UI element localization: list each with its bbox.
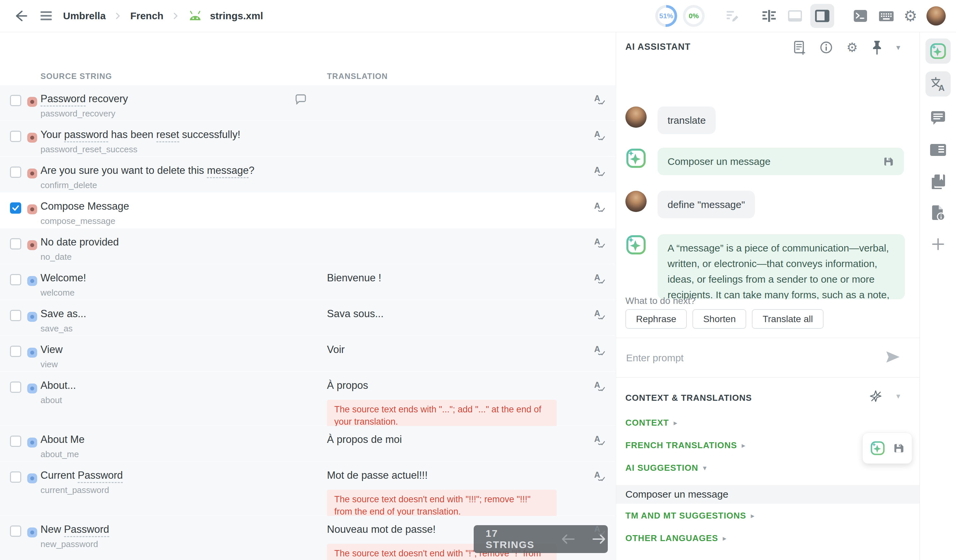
proofread-icon[interactable]: A xyxy=(594,130,605,141)
string-key: view xyxy=(41,359,58,370)
prev-page-icon[interactable] xyxy=(559,532,577,546)
proofread-icon[interactable]: A xyxy=(594,94,605,105)
proofread-icon[interactable]: A xyxy=(594,309,605,320)
table-row[interactable]: About...aboutÀ proposThe source text end… xyxy=(0,372,615,426)
keyboard-icon[interactable] xyxy=(878,8,894,24)
next-actions-label: What to do next? xyxy=(625,296,696,306)
row-checkbox[interactable] xyxy=(10,131,21,142)
bottom-panel-view-icon[interactable] xyxy=(787,8,803,24)
proofread-icon[interactable]: A xyxy=(594,345,605,356)
string-key: about xyxy=(41,395,62,405)
source-string-text: No date provided xyxy=(41,236,119,248)
quick-action-rephrase[interactable]: Rephrase xyxy=(625,309,687,329)
prompt-input[interactable] xyxy=(625,347,873,369)
collapse-caret-icon[interactable]: ▾ xyxy=(896,391,900,401)
svg-text:A: A xyxy=(594,435,600,444)
ai-assistant-title: AI ASSISTANT xyxy=(625,42,691,52)
breadcrumb-file[interactable]: strings.xml xyxy=(210,10,263,22)
tm-panel-icon[interactable] xyxy=(926,137,951,163)
row-checkbox[interactable] xyxy=(10,525,21,537)
proofread-icon[interactable]: A xyxy=(594,471,605,482)
row-checkbox[interactable] xyxy=(10,166,21,178)
gear-icon[interactable]: ⚙ xyxy=(904,8,917,24)
svg-text:A: A xyxy=(594,166,600,174)
ai-suggestion-row[interactable]: Composer un message xyxy=(616,485,920,504)
translations-icon[interactable]: A xyxy=(926,71,951,97)
table-row[interactable]: No date providedno_dateA xyxy=(0,229,615,264)
file-info-icon[interactable] xyxy=(926,200,951,226)
proofread-icon[interactable]: A xyxy=(594,166,605,177)
section-other-languages[interactable]: OTHER LANGUAGES▸ xyxy=(625,533,726,543)
add-prompt-icon[interactable] xyxy=(793,40,806,55)
auto-suggest-icon[interactable] xyxy=(869,389,882,403)
translation-text: Nouveau mot de passe! xyxy=(327,524,436,535)
quick-action-translate-all[interactable]: Translate all xyxy=(752,309,823,329)
row-checkbox[interactable] xyxy=(10,238,21,249)
proofread-icon[interactable]: A xyxy=(594,381,605,392)
avatar[interactable] xyxy=(926,6,946,25)
side-by-side-view-icon[interactable] xyxy=(761,8,777,24)
ai-sparkle-icon[interactable] xyxy=(870,441,885,456)
table-row[interactable]: Your password has been reset successfull… xyxy=(0,121,615,157)
table-row[interactable]: Welcome!welcomeBienvenue !A xyxy=(0,264,615,300)
breadcrumb-project[interactable]: Umbrella xyxy=(63,10,105,22)
comments-icon[interactable] xyxy=(926,105,951,131)
source-string-text: Your password has been reset successfull… xyxy=(41,129,241,141)
comment-icon[interactable] xyxy=(295,94,306,105)
row-checkbox[interactable] xyxy=(10,346,21,357)
table-row[interactable]: ViewviewVoirA xyxy=(0,336,615,372)
breadcrumb-language[interactable]: French xyxy=(130,10,163,22)
table-row[interactable]: Current Passwordcurrent_passwordMot de p… xyxy=(0,462,615,516)
svg-text:A: A xyxy=(594,130,600,139)
proofread-icon[interactable]: A xyxy=(594,273,605,284)
edit-notes-icon[interactable] xyxy=(725,8,740,24)
translation-progress-ring[interactable]: 51% xyxy=(655,5,677,27)
source-string-text: Save as... xyxy=(41,308,86,320)
add-panel-icon[interactable] xyxy=(926,232,951,257)
translation-text: Bienvenue ! xyxy=(327,272,381,284)
ai-assistant-icon[interactable] xyxy=(926,39,951,64)
table-row[interactable]: About Meabout_meÀ propos de moiA xyxy=(0,426,615,462)
table-row[interactable]: Save as...save_asSava sous...A xyxy=(0,300,615,336)
string-key: no_date xyxy=(41,252,72,262)
proofread-icon[interactable]: A xyxy=(594,237,605,248)
row-checkbox[interactable] xyxy=(10,274,21,285)
collapse-caret-icon[interactable]: ▾ xyxy=(896,43,900,52)
row-checkbox[interactable] xyxy=(10,202,21,214)
info-icon[interactable] xyxy=(819,41,833,55)
row-checkbox[interactable] xyxy=(10,310,21,321)
row-checkbox[interactable] xyxy=(10,381,21,393)
proofread-icon[interactable]: A xyxy=(594,201,605,213)
status-icon-untranslated xyxy=(27,133,37,143)
pin-icon[interactable] xyxy=(871,40,883,55)
table-row[interactable]: Password recoverypassword_recoveryA xyxy=(0,85,615,121)
ai-settings-gear-icon[interactable]: ⚙ xyxy=(846,41,858,54)
terminal-icon[interactable] xyxy=(852,8,868,24)
menu-icon[interactable] xyxy=(39,10,53,22)
table-header: SOURCE STRING TRANSLATION xyxy=(0,67,615,86)
table-row[interactable]: Compose Messagecompose_messageA xyxy=(0,193,615,229)
approval-progress-ring[interactable]: 0% xyxy=(683,5,705,27)
source-string-column-header: SOURCE STRING xyxy=(41,72,112,81)
back-icon[interactable] xyxy=(12,7,29,25)
save-translation-icon[interactable] xyxy=(883,156,894,167)
quick-actions: RephraseShortenTranslate all xyxy=(625,309,824,329)
row-checkbox[interactable] xyxy=(10,471,21,483)
proofread-icon[interactable]: A xyxy=(594,435,605,446)
status-icon-translated xyxy=(27,276,37,286)
right-panel-view-icon[interactable] xyxy=(810,4,834,28)
section-context[interactable]: CONTEXT▸ xyxy=(625,418,678,428)
table-row[interactable]: Are you sure you want to delete this mes… xyxy=(0,157,615,193)
quick-action-shorten[interactable]: Shorten xyxy=(692,309,746,329)
send-icon[interactable] xyxy=(885,350,901,364)
glossary-icon[interactable] xyxy=(926,169,951,194)
svg-text:A: A xyxy=(594,237,600,246)
proofread-icon[interactable]: A xyxy=(594,524,605,536)
section-french-translations[interactable]: FRENCH TRANSLATIONS▸ xyxy=(625,440,745,450)
row-checkbox[interactable] xyxy=(10,436,21,447)
save-suggestion-icon[interactable] xyxy=(893,442,904,454)
row-checkbox[interactable] xyxy=(10,95,21,106)
avatar xyxy=(625,107,646,128)
section-tm-and-mt-suggestions[interactable]: TM AND MT SUGGESTIONS▸ xyxy=(625,511,755,521)
section-ai-suggestion[interactable]: AI SUGGESTION▾ xyxy=(625,463,707,473)
